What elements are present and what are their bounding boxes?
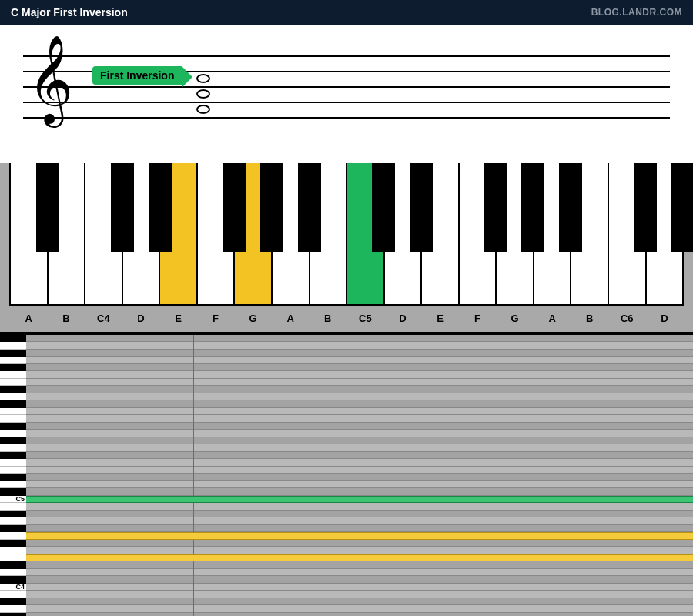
key-label: C6 bbox=[621, 313, 634, 324]
octave-label-c4: C4 bbox=[15, 583, 25, 591]
black-key bbox=[671, 163, 693, 252]
roll-thumb-row bbox=[0, 467, 26, 474]
inversion-label: First Inversion bbox=[92, 66, 182, 85]
roll-thumb-row bbox=[0, 481, 26, 488]
roll-thumb-row bbox=[0, 532, 26, 539]
black-key bbox=[521, 163, 544, 252]
bar-line bbox=[527, 335, 527, 616]
key-label: A bbox=[25, 313, 32, 324]
roll-thumb-row bbox=[0, 474, 26, 480]
keyboard-section: ABC4DEFGABC5DEFGABC6D bbox=[0, 163, 693, 332]
roll-thumb-row bbox=[0, 415, 26, 422]
roll-note-e4 bbox=[26, 554, 693, 561]
note-e4 bbox=[196, 105, 210, 114]
note-g4 bbox=[196, 89, 210, 99]
roll-thumb-row bbox=[0, 517, 26, 524]
roll-thumb-row bbox=[0, 540, 26, 547]
piano-roll-key-thumb: C5C4 bbox=[0, 335, 26, 616]
roll-thumb-row bbox=[0, 386, 26, 393]
roll-thumb-row bbox=[0, 591, 26, 598]
roll-thumb-row bbox=[0, 430, 26, 437]
black-key bbox=[223, 163, 246, 252]
key-label: F bbox=[474, 313, 480, 324]
bar-line bbox=[193, 335, 194, 616]
key-label: F bbox=[213, 313, 219, 324]
key-label: B bbox=[586, 313, 593, 324]
key-label: G bbox=[511, 313, 519, 324]
treble-clef-icon: 𝄞 bbox=[28, 42, 73, 119]
key-label: E bbox=[175, 313, 182, 324]
roll-thumb-row bbox=[0, 511, 26, 517]
bar-line bbox=[360, 335, 360, 616]
key-label: G bbox=[249, 313, 257, 324]
roll-thumb-row bbox=[0, 379, 26, 386]
black-key bbox=[559, 163, 582, 252]
staff: 𝄞 First Inversion bbox=[23, 55, 670, 117]
key-label: D bbox=[399, 313, 406, 324]
roll-thumb-row bbox=[0, 554, 26, 561]
key-label: E bbox=[437, 313, 444, 324]
key-label: C4 bbox=[97, 313, 110, 324]
roll-thumb-row bbox=[0, 605, 26, 612]
roll-thumb-row bbox=[0, 459, 26, 466]
roll-thumb-row bbox=[0, 335, 26, 342]
roll-note-c5 bbox=[26, 496, 693, 503]
page-title: C Major First Inversion bbox=[11, 6, 128, 18]
key-label: A bbox=[548, 313, 555, 324]
roll-note-g4 bbox=[26, 532, 693, 539]
roll-thumb-row bbox=[0, 350, 26, 357]
roll-thumb-row bbox=[0, 444, 26, 451]
piano-roll: C5C4 bbox=[0, 335, 693, 616]
octave-label-c5: C5 bbox=[15, 495, 25, 503]
black-key bbox=[484, 163, 507, 252]
roll-thumb-row bbox=[0, 408, 26, 415]
keyboard: ABC4DEFGABC5DEFGABC6D bbox=[9, 163, 684, 306]
roll-thumb-row bbox=[0, 437, 26, 444]
roll-thumb-row bbox=[0, 503, 26, 510]
roll-thumb-row bbox=[0, 423, 26, 430]
key-label: C5 bbox=[359, 313, 372, 324]
black-key bbox=[260, 163, 283, 252]
staff-notation: 𝄞 First Inversion bbox=[0, 25, 693, 163]
black-key bbox=[36, 163, 59, 252]
roll-thumb-row bbox=[0, 613, 26, 617]
key-label: B bbox=[62, 313, 69, 324]
key-label: D bbox=[661, 313, 668, 324]
roll-thumb-row bbox=[0, 371, 26, 378]
roll-thumb-row bbox=[0, 561, 26, 568]
key-label: B bbox=[324, 313, 331, 324]
black-key bbox=[372, 163, 395, 252]
roll-thumb-row bbox=[0, 598, 26, 605]
roll-thumb-row bbox=[0, 364, 26, 371]
black-key bbox=[111, 163, 134, 252]
black-key bbox=[634, 163, 657, 252]
key-label: A bbox=[287, 313, 294, 324]
roll-thumb-row bbox=[0, 400, 26, 407]
roll-thumb-row bbox=[0, 525, 26, 532]
black-key bbox=[149, 163, 172, 252]
roll-thumb-row bbox=[0, 569, 26, 576]
key-label: D bbox=[137, 313, 144, 324]
note-c5 bbox=[196, 74, 210, 83]
site-name: BLOG.LANDR.COM bbox=[591, 7, 682, 18]
header-bar: C Major First Inversion BLOG.LANDR.COM bbox=[0, 0, 693, 25]
roll-thumb-row bbox=[0, 452, 26, 459]
roll-thumb-row bbox=[0, 342, 26, 349]
roll-thumb-row bbox=[0, 357, 26, 363]
roll-thumb-row bbox=[0, 547, 26, 554]
black-key bbox=[410, 163, 433, 252]
black-key bbox=[298, 163, 321, 252]
piano-roll-grid bbox=[26, 335, 693, 616]
roll-thumb-row bbox=[0, 393, 26, 400]
